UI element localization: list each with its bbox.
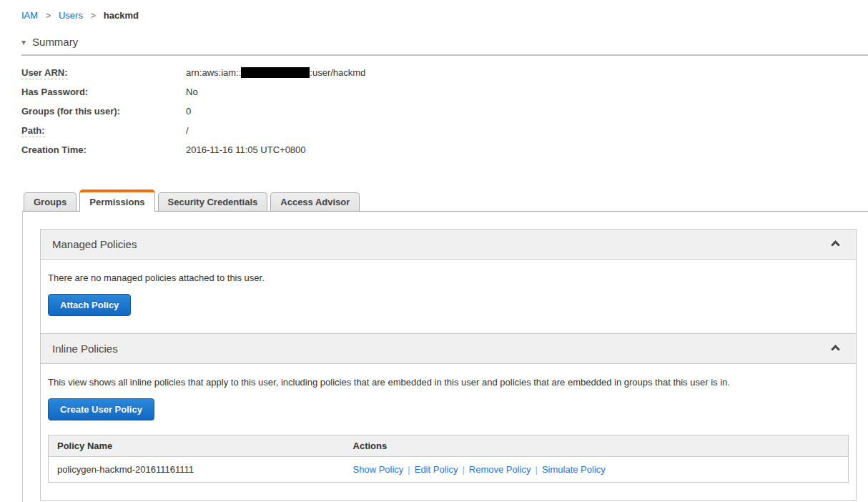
creation-time-label: Creation Time: (21, 144, 186, 156)
tab-access-advisor[interactable]: Access Advisor (270, 192, 360, 211)
groups-count-label: Groups (for this user): (21, 105, 186, 117)
policy-actions-cell: Show Policy|Edit Policy|Remove Policy|Si… (345, 457, 849, 483)
simulate-policy-link[interactable]: Simulate Policy (542, 464, 606, 475)
managed-policies-title: Managed Policies (52, 238, 137, 250)
action-separator: | (536, 464, 538, 475)
chevron-up-icon[interactable] (831, 240, 840, 250)
policy-name-column-header: Policy Name (49, 435, 345, 457)
actions-column-header: Actions (345, 435, 849, 457)
has-password-label: Has Password: (21, 86, 186, 98)
inline-policies-title: Inline Policies (52, 343, 118, 355)
summary-title: Summary (32, 36, 78, 48)
user-arn-label: User ARN: (21, 67, 186, 79)
action-separator: | (462, 464, 464, 475)
path-label: Path: (21, 124, 186, 137)
summary-row-has-password: Has Password: No (21, 86, 868, 98)
redacted-account-id (241, 67, 310, 78)
inline-policies-description: This view shows all inline policies that… (48, 377, 849, 388)
caret-down-icon: ▾ (21, 37, 26, 47)
inline-policies-body: This view shows all inline policies that… (41, 364, 856, 500)
breadcrumb: IAM > Users > hackmd (0, 0, 868, 21)
breadcrumb-separator: > (91, 10, 97, 21)
policy-table-header-row: Policy Name Actions (49, 435, 849, 457)
user-detail-tabs: Groups Permissions Security Credentials … (24, 190, 868, 212)
user-arn-value: arn:aws:iam:::user/hackmd (186, 67, 365, 79)
path-value: / (186, 124, 189, 137)
tab-permissions[interactable]: Permissions (79, 190, 154, 212)
creation-time-value: 2016-11-16 11:05 UTC+0800 (186, 144, 306, 156)
tab-security-credentials[interactable]: Security Credentials (158, 192, 268, 211)
policies-accordion: Managed Policies There are no managed po… (40, 229, 857, 501)
policy-name-cell: policygen-hackmd-201611161111 (49, 457, 345, 483)
managed-policies-empty-message: There are no managed policies attached t… (48, 272, 849, 283)
managed-policies-body: There are no managed policies attached t… (41, 260, 856, 334)
summary-row-creation-time: Creation Time: 2016-11-16 11:05 UTC+0800 (21, 144, 868, 156)
breadcrumb-separator: > (46, 10, 51, 21)
breadcrumb-current-user: hackmd (104, 10, 139, 21)
summary-row-user-arn: User ARN: arn:aws:iam:::user/hackmd (21, 67, 868, 79)
inline-policies-table: Policy Name Actions policygen-hackmd-201… (48, 435, 849, 483)
show-policy-link[interactable]: Show Policy (353, 464, 404, 475)
summary-fields: User ARN: arn:aws:iam:::user/hackmd Has … (21, 67, 868, 156)
summary-divider (21, 54, 868, 56)
groups-count-value: 0 (186, 105, 191, 117)
has-password-value: No (186, 86, 198, 98)
remove-policy-link[interactable]: Remove Policy (469, 464, 531, 475)
summary-row-groups: Groups (for this user): 0 (21, 105, 868, 117)
action-separator: | (408, 464, 410, 475)
breadcrumb-link-users[interactable]: Users (59, 10, 83, 21)
policy-table-row: policygen-hackmd-201611161111 Show Polic… (49, 457, 849, 483)
tab-groups[interactable]: Groups (24, 192, 77, 211)
summary-row-path: Path: / (21, 124, 868, 137)
permissions-tab-panel: Managed Policies There are no managed po… (22, 211, 868, 502)
breadcrumb-link-iam[interactable]: IAM (21, 10, 38, 21)
managed-policies-header[interactable]: Managed Policies (41, 230, 856, 260)
chevron-up-icon[interactable] (831, 345, 840, 354)
create-user-policy-button[interactable]: Create User Policy (48, 398, 154, 420)
summary-section-toggle[interactable]: ▾Summary (21, 36, 868, 54)
inline-policies-header[interactable]: Inline Policies (41, 334, 856, 364)
edit-policy-link[interactable]: Edit Policy (415, 464, 458, 475)
attach-policy-button[interactable]: Attach Policy (48, 294, 131, 316)
